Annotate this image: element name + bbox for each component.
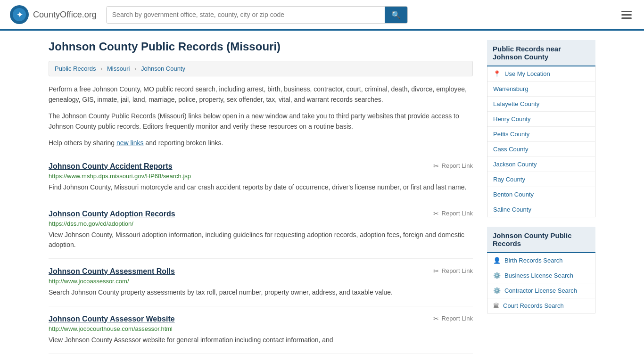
contractor-license-link[interactable]: Contractor License Search xyxy=(504,287,577,294)
report-link-button[interactable]: ✂ Report Link xyxy=(433,210,473,217)
record-header: Johnson County Accident Reports ✂ Report… xyxy=(49,162,473,171)
court-icon: 🏛 xyxy=(493,302,499,309)
menu-line xyxy=(621,11,632,12)
header: ✦ CountyOffice.org 🔍 xyxy=(0,0,644,31)
svg-text:✦: ✦ xyxy=(17,11,23,19)
list-item[interactable]: ⚙️ Contractor License Search xyxy=(487,283,595,298)
record-item: Johnson County Accident Reports ✂ Report… xyxy=(49,154,473,201)
list-item[interactable]: 👤 Birth Records Search xyxy=(487,253,595,268)
main-content: Johnson County Public Records (Missouri)… xyxy=(49,40,473,354)
list-item[interactable]: Jackson County xyxy=(487,157,595,172)
page-title: Johnson County Public Records (Missouri) xyxy=(49,40,473,53)
record-url[interactable]: https://www.mshp.dps.missouri.gov/HP68/s… xyxy=(49,173,473,180)
record-desc: View Johnson County Assessor website for… xyxy=(49,335,473,345)
record-title[interactable]: Johnson County Accident Reports xyxy=(49,162,173,171)
breadcrumb-missouri[interactable]: Missouri xyxy=(107,65,130,72)
description-3: Help others by sharing new links and rep… xyxy=(49,138,473,148)
nearby-header: Public Records near Johnson County xyxy=(487,40,595,66)
nearby-list: 📍 Use My Location Warrensburg Lafayette … xyxy=(487,66,595,217)
report-icon: ✂ xyxy=(433,210,439,217)
record-desc: Search Johnson County property assessmen… xyxy=(49,288,473,297)
breadcrumb-sep: › xyxy=(100,65,102,72)
sidebar: Public Records near Johnson County 📍 Use… xyxy=(487,40,595,354)
person-icon: 👤 xyxy=(493,257,501,264)
business-license-link[interactable]: Business License Search xyxy=(504,272,573,279)
list-item[interactable]: Warrensburg xyxy=(487,82,595,97)
menu-line xyxy=(621,14,632,16)
record-title[interactable]: Johnson County Adoption Records xyxy=(49,210,175,218)
breadcrumb: Public Records › Missouri › Johnson Coun… xyxy=(49,61,473,76)
record-url[interactable]: https://dss.mo.gov/cd/adoption/ xyxy=(49,220,473,227)
record-header: Johnson County Adoption Records ✂ Report… xyxy=(49,210,473,218)
list-item[interactable]: Saline County xyxy=(487,202,595,217)
breadcrumb-johnson-county[interactable]: Johnson County xyxy=(141,65,185,72)
list-item[interactable]: Lafayette County xyxy=(487,97,595,112)
henry-county-link[interactable]: Henry County xyxy=(493,115,530,123)
content-wrapper: Johnson County Public Records (Missouri)… xyxy=(39,31,605,362)
logo[interactable]: ✦ CountyOffice.org xyxy=(9,5,97,25)
jackson-county-link[interactable]: Jackson County xyxy=(493,161,537,168)
nearby-section: Public Records near Johnson County 📍 Use… xyxy=(487,40,595,217)
benton-county-link[interactable]: Benton County xyxy=(493,191,534,198)
list-item[interactable]: Pettis County xyxy=(487,127,595,142)
list-item[interactable]: Ray County xyxy=(487,172,595,187)
list-item[interactable]: Henry County xyxy=(487,112,595,127)
new-links-link[interactable]: new links xyxy=(116,139,144,147)
saline-county-link[interactable]: Saline County xyxy=(493,206,531,213)
report-link-button[interactable]: ✂ Report Link xyxy=(433,267,473,275)
pettis-county-link[interactable]: Pettis County xyxy=(493,131,529,138)
gear-icon: ⚙️ xyxy=(493,272,501,279)
record-url[interactable]: http://www.jococourthouse.com/assessor.h… xyxy=(49,325,473,332)
record-header: Johnson County Assessor Website ✂ Report… xyxy=(49,315,473,323)
lafayette-county-link[interactable]: Lafayette County xyxy=(493,100,539,107)
description-1: Perform a free Johnson County, MO public… xyxy=(49,84,473,105)
logo-icon: ✦ xyxy=(9,5,29,25)
list-item[interactable]: 🏛 Court Records Search xyxy=(487,298,595,313)
birth-records-link[interactable]: Birth Records Search xyxy=(504,257,563,264)
list-item[interactable]: Cass County xyxy=(487,142,595,157)
record-item: Johnson County Assessment Rolls ✂ Report… xyxy=(49,259,473,306)
menu-line xyxy=(621,17,632,19)
search-button[interactable]: 🔍 xyxy=(385,7,407,23)
records-section: Johnson County Public Records 👤 Birth Re… xyxy=(487,227,595,313)
list-item[interactable]: ⚙️ Business License Search xyxy=(487,268,595,283)
records-list: Johnson County Accident Reports ✂ Report… xyxy=(49,154,473,354)
cass-county-link[interactable]: Cass County xyxy=(493,146,528,153)
record-title[interactable]: Johnson County Assessment Rolls xyxy=(49,267,175,276)
records-list-sidebar: 👤 Birth Records Search ⚙️ Business Licen… xyxy=(487,253,595,313)
breadcrumb-sep: › xyxy=(134,65,136,72)
breadcrumb-public-records[interactable]: Public Records xyxy=(55,65,96,72)
records-section-header: Johnson County Public Records xyxy=(487,227,595,253)
search-area: 🔍 xyxy=(106,6,408,24)
report-link-button[interactable]: ✂ Report Link xyxy=(433,162,473,170)
menu-button[interactable] xyxy=(619,8,635,22)
warrensburg-link[interactable]: Warrensburg xyxy=(493,85,528,92)
record-header: Johnson County Assessment Rolls ✂ Report… xyxy=(49,267,473,276)
ray-county-link[interactable]: Ray County xyxy=(493,176,525,183)
location-icon: 📍 xyxy=(493,70,501,77)
list-item[interactable]: 📍 Use My Location xyxy=(487,66,595,82)
logo-text: CountyOffice.org xyxy=(33,10,97,20)
search-input[interactable] xyxy=(107,7,385,22)
record-desc: Find Johnson County, Missouri motorcycle… xyxy=(49,182,473,192)
record-url[interactable]: http://www.jocoassessor.com/ xyxy=(49,278,473,285)
gear-icon: ⚙️ xyxy=(493,287,501,294)
record-title[interactable]: Johnson County Assessor Website xyxy=(49,315,175,323)
report-icon: ✂ xyxy=(433,315,439,322)
record-desc: View Johnson County, Missouri adoption i… xyxy=(49,230,473,250)
description-2: The Johnson County Public Records (Misso… xyxy=(49,111,473,132)
record-item: Johnson County Assessor Website ✂ Report… xyxy=(49,306,473,354)
report-icon: ✂ xyxy=(433,267,439,275)
use-my-location-link[interactable]: Use My Location xyxy=(504,70,550,77)
report-icon: ✂ xyxy=(433,162,439,170)
record-item: Johnson County Adoption Records ✂ Report… xyxy=(49,201,473,259)
court-records-link[interactable]: Court Records Search xyxy=(503,302,564,309)
list-item[interactable]: Benton County xyxy=(487,187,595,202)
report-link-button[interactable]: ✂ Report Link xyxy=(433,315,473,322)
